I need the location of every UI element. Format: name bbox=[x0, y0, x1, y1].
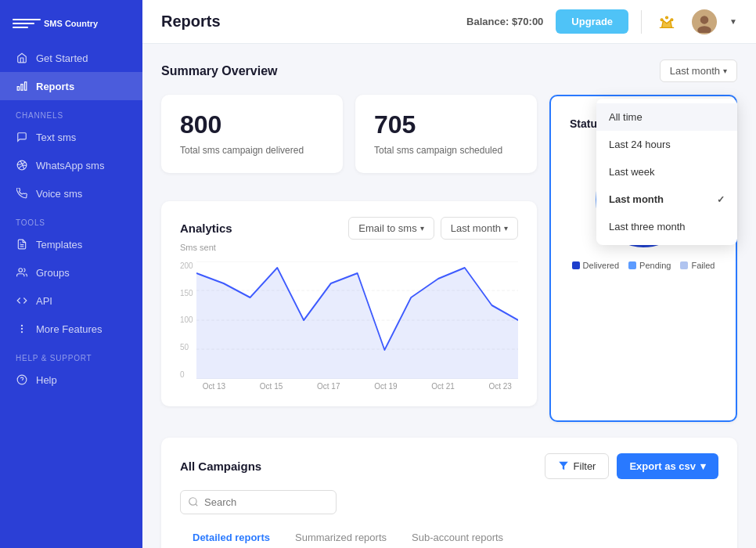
svg-point-26 bbox=[189, 498, 196, 505]
analytics-type-filter-button[interactable]: Email to sms ▾ bbox=[348, 217, 434, 240]
sidebar-item-label: API bbox=[36, 295, 52, 307]
analytics-header: Analytics Email to sms ▾ Last month ▾ bbox=[180, 217, 518, 240]
sidebar-item-label: Text sms bbox=[36, 132, 76, 143]
file-icon bbox=[16, 238, 28, 251]
dropdown-item-label: Last month bbox=[609, 193, 664, 205]
sidebar-item-label: Get Started bbox=[36, 52, 88, 64]
main-content: Reports Balance: $70:00 Upgrade ▼ Summar… bbox=[142, 0, 756, 548]
phone-icon bbox=[16, 187, 28, 200]
campaign-tabs: Detailed reports Summarized reports Sub-… bbox=[180, 525, 718, 548]
sidebar-item-templates[interactable]: Templates bbox=[0, 230, 142, 258]
crown-icon[interactable] bbox=[654, 9, 679, 34]
analytics-chart: 200 150 100 50 0 bbox=[180, 261, 518, 391]
y-label-50: 50 bbox=[180, 343, 193, 352]
y-label-100: 100 bbox=[180, 315, 193, 324]
dropdown-item-label: Last three month bbox=[609, 221, 686, 233]
y-label-150: 150 bbox=[180, 289, 193, 297]
legend-label-failed: Failed bbox=[691, 261, 715, 270]
sidebar-item-groups[interactable]: Groups bbox=[0, 258, 142, 287]
sidebar-item-voice-sms[interactable]: Voice sms bbox=[0, 179, 142, 207]
x-label-oct17: Oct 17 bbox=[317, 382, 340, 391]
dropdown-item-label: All time bbox=[609, 111, 643, 123]
x-label-oct15: Oct 15 bbox=[260, 382, 283, 391]
dropdown-item-label: Last 24 hours bbox=[609, 139, 671, 150]
analytics-period-filter-button[interactable]: Last month ▾ bbox=[441, 217, 518, 240]
header: Reports Balance: $70:00 Upgrade ▼ bbox=[142, 0, 756, 44]
dropdown-item-last-24-hours[interactable]: Last 24 hours bbox=[596, 131, 737, 158]
period-filter-chevron-icon: ▾ bbox=[504, 224, 508, 233]
stats-row: 800 Total sms campaign delivered 705 Tot… bbox=[161, 95, 537, 173]
stat-number-delivered: 800 bbox=[180, 110, 324, 139]
header-chevron-icon[interactable]: ▼ bbox=[729, 17, 737, 26]
svg-rect-0 bbox=[25, 82, 27, 91]
sidebar-item-more-features[interactable]: More Features bbox=[0, 315, 142, 343]
logo-text: SMS Country bbox=[44, 19, 98, 28]
page-title: Reports bbox=[161, 13, 454, 31]
svg-rect-1 bbox=[21, 85, 23, 91]
summary-filter-chevron-icon: ▾ bbox=[723, 67, 727, 75]
export-button[interactable]: Export as csv ▾ bbox=[617, 453, 718, 479]
x-label-oct21: Oct 21 bbox=[431, 382, 454, 391]
filter-icon bbox=[558, 460, 569, 471]
content-area: Summary Overview Last month ▾ All time L… bbox=[142, 44, 756, 548]
svg-line-27 bbox=[196, 504, 198, 507]
sidebar-item-help[interactable]: Help bbox=[0, 366, 142, 394]
dropdown-item-last-three-month[interactable]: Last three month bbox=[596, 213, 737, 240]
sidebar-item-label: WhatsApp sms bbox=[36, 160, 104, 171]
dropdown-item-all-time[interactable]: All time bbox=[596, 103, 737, 131]
x-label-oct23: Oct 23 bbox=[488, 382, 511, 391]
svg-point-11 bbox=[666, 16, 668, 19]
sidebar-item-label: Templates bbox=[36, 239, 82, 251]
logo: SMS Country bbox=[0, 13, 142, 44]
legend-label-pending: Pending bbox=[639, 261, 671, 270]
sidebar-item-reports[interactable]: Reports bbox=[0, 72, 142, 100]
svg-point-13 bbox=[700, 16, 709, 24]
sidebar-item-api[interactable]: API bbox=[0, 287, 142, 315]
balance-display: Balance: $70:00 bbox=[466, 16, 543, 27]
svg-point-10 bbox=[671, 18, 673, 20]
upgrade-button[interactable]: Upgrade bbox=[556, 9, 628, 34]
analytics-filters: Email to sms ▾ Last month ▾ bbox=[348, 217, 518, 240]
dropdown-item-last-week[interactable]: Last week bbox=[596, 158, 737, 186]
sidebar-item-text-sms[interactable]: Text sms bbox=[0, 123, 142, 151]
summary-title: Summary Overview bbox=[161, 64, 278, 78]
tab-detailed-reports[interactable]: Detailed reports bbox=[180, 525, 283, 548]
message-icon bbox=[16, 131, 28, 143]
sidebar-item-get-started[interactable]: Get Started bbox=[0, 44, 142, 72]
tab-summarized-reports[interactable]: Summarized reports bbox=[283, 525, 399, 548]
campaigns-title: All Campaigns bbox=[180, 460, 261, 473]
sidebar-item-whatsapp-sms[interactable]: WhatsApp sms bbox=[0, 151, 142, 179]
dropdown-item-last-month[interactable]: Last month ✓ bbox=[596, 186, 737, 213]
svg-point-9 bbox=[661, 18, 663, 20]
legend-item-delivered: Delivered bbox=[572, 261, 619, 270]
campaigns-header: All Campaigns Filter Export as csv ▾ bbox=[180, 453, 718, 479]
analytics-card: Analytics Email to sms ▾ Last month ▾ bbox=[161, 201, 537, 406]
stat-card-delivered: 800 Total sms campaign delivered bbox=[161, 95, 343, 173]
filter-button[interactable]: Filter bbox=[545, 453, 610, 479]
stat-number-scheduled: 705 bbox=[374, 110, 518, 139]
summary-header: Summary Overview Last month ▾ bbox=[161, 59, 737, 82]
more-icon bbox=[16, 323, 28, 335]
analytics-title: Analytics bbox=[180, 222, 348, 235]
summary-filter-label: Last month bbox=[670, 65, 720, 77]
header-divider bbox=[641, 10, 642, 34]
pending-color-dot bbox=[628, 261, 636, 269]
tools-section-label: Tools bbox=[0, 207, 142, 230]
svg-marker-20 bbox=[196, 268, 518, 379]
tab-sub-account-reports[interactable]: Sub-account reports bbox=[399, 525, 516, 548]
y-label-200: 200 bbox=[180, 261, 193, 270]
help-icon bbox=[16, 373, 28, 386]
sidebar-item-label: More Features bbox=[36, 323, 103, 335]
sidebar-item-label: Voice sms bbox=[36, 188, 82, 200]
avatar[interactable] bbox=[692, 9, 717, 34]
x-axis-labels: Oct 13 Oct 15 Oct 17 Oct 19 Oct 21 Oct 2… bbox=[196, 379, 518, 391]
sidebar-item-label: Groups bbox=[36, 267, 70, 279]
search-input[interactable] bbox=[180, 490, 337, 514]
stat-label-delivered: Total sms campaign delivered bbox=[180, 144, 324, 157]
y-axis-labels: 200 150 100 50 0 bbox=[180, 261, 196, 379]
dropdown-item-label: Last week bbox=[609, 166, 655, 178]
type-filter-chevron-icon: ▾ bbox=[420, 224, 424, 233]
summary-filter-button[interactable]: Last month ▾ bbox=[660, 59, 737, 82]
bar-chart-icon bbox=[16, 80, 28, 92]
line-chart-svg bbox=[196, 261, 518, 379]
